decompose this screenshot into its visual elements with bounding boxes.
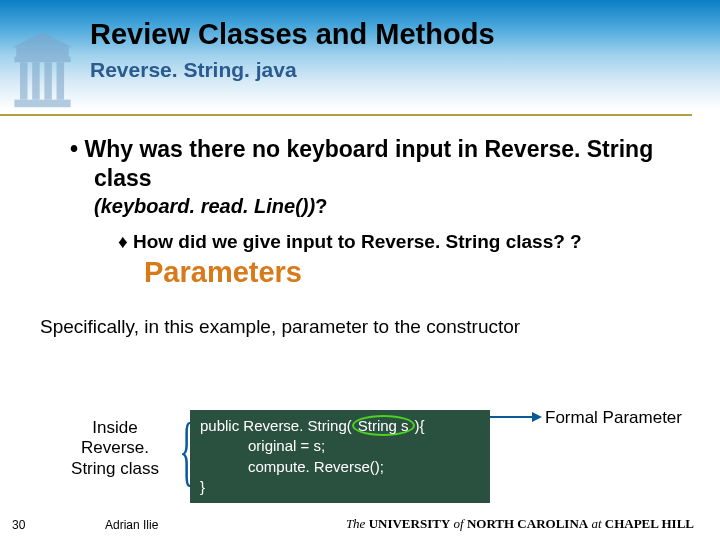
formal-parameter-label: Formal Parameter [545, 408, 682, 428]
svg-rect-4 [44, 62, 52, 100]
inside-class-label: Inside Reverse. String class [60, 418, 170, 479]
header-gradient [0, 0, 720, 110]
univ-of: of [450, 516, 467, 531]
parameters-label: Parameters [144, 256, 302, 288]
univ-at: at [588, 516, 605, 531]
svg-rect-1 [14, 57, 70, 63]
keyboard-readline-text: (keyboard. read. Line()) [94, 195, 315, 217]
specifically-text: Specifically, in this example, parameter… [40, 316, 690, 338]
university-name: The UNIVERSITY of NORTH CAROLINA at CHAP… [346, 516, 694, 532]
arrow-icon [490, 416, 540, 418]
code-line-3: compute. Reverse(); [200, 457, 480, 477]
author-name: Adrian Ilie [105, 518, 158, 532]
univ-nc: NORTH CAROLINA [467, 516, 588, 531]
sub-bullet-text: How did we give input to Reverse. String… [133, 231, 582, 252]
question-mark: ? [315, 195, 327, 217]
svg-rect-3 [32, 62, 40, 100]
slide-title: Review Classes and Methods [90, 18, 495, 51]
param-highlight: String s [352, 415, 415, 436]
content-area: Why was there no keyboard input in Rever… [60, 135, 690, 338]
svg-rect-2 [20, 62, 28, 100]
code-line-2: original = s; [200, 436, 480, 456]
sub-bullet: ♦ How did we give input to Reverse. Stri… [60, 230, 690, 292]
code-l1a: public Reverse. String( [200, 417, 352, 434]
univ-university: UNIVERSITY [369, 516, 451, 531]
svg-rect-6 [14, 100, 70, 108]
code-box: public Reverse. String(String s){ origin… [190, 410, 490, 503]
svg-rect-5 [57, 62, 65, 100]
univ-ch: CHAPEL HILL [605, 516, 694, 531]
univ-the: The [346, 516, 369, 531]
title-divider [0, 114, 692, 116]
sub-italic-line: (keyboard. read. Line())? [60, 195, 690, 218]
slide-number: 30 [12, 518, 25, 532]
code-line-4: } [200, 477, 480, 497]
main-bullet: Why was there no keyboard input in Rever… [60, 135, 690, 193]
unc-well-logo [5, 30, 80, 115]
code-line-1: public Reverse. String(String s){ [200, 416, 480, 436]
slide-subtitle: Reverse. String. java [90, 58, 297, 82]
code-l1b: ){ [415, 417, 425, 434]
